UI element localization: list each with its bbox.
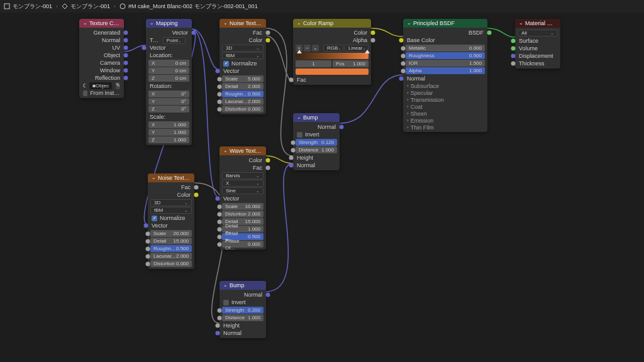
- socket-in[interactable]: [216, 324, 220, 328]
- socket-in[interactable]: [401, 69, 406, 73]
- node-canvas[interactable]: Texture Coordinate Generated Normal UV O…: [0, 13, 644, 362]
- input-surface[interactable]: Surface: [515, 37, 560, 45]
- socket-in[interactable]: [511, 47, 516, 51]
- ramp-stop[interactable]: [365, 50, 370, 53]
- socket-out[interactable]: [487, 31, 492, 35]
- node-wave-texture[interactable]: Wave Texture Color Fac Bands X Sine Vect…: [219, 146, 266, 250]
- socket-in[interactable]: [218, 308, 222, 312]
- wave-type-select[interactable]: Bands: [222, 172, 264, 179]
- value-roughn[interactable]: Roughn...0.500: [150, 245, 192, 252]
- node-noise-texture-2[interactable]: Noise Texture Fac Color 3D fBM Normalize…: [148, 173, 194, 269]
- value-metallic[interactable]: Metallic0.000: [406, 45, 485, 52]
- output-vector[interactable]: Vector: [146, 29, 192, 36]
- socket-out[interactable]: [194, 185, 199, 190]
- expand-thinfilm[interactable]: Thin Film: [403, 124, 487, 131]
- ramp-menu-icon[interactable]: ⌄: [312, 45, 319, 52]
- dim-select[interactable]: 3D: [222, 45, 264, 52]
- output-color[interactable]: Color: [219, 36, 266, 44]
- value-ior[interactable]: IOR1.500: [406, 60, 485, 67]
- value-distortion[interactable]: Distortion0.000: [222, 106, 264, 112]
- socket-in[interactable]: [401, 46, 406, 50]
- wave-profile-select[interactable]: Sine: [222, 187, 264, 194]
- value-lacunar[interactable]: Lacunar...2.000: [222, 98, 264, 105]
- crumb-object[interactable]: モンブラン-001: [4, 3, 52, 11]
- socket-in[interactable]: [146, 239, 150, 243]
- expand-coat[interactable]: Coat: [403, 103, 487, 110]
- node-header[interactable]: Mapping: [146, 19, 192, 28]
- rot-y[interactable]: Y0°: [148, 98, 189, 105]
- socket-in[interactable]: [291, 140, 296, 145]
- object-picker[interactable]: Object: ■Objec ✎: [79, 82, 124, 89]
- socket-in[interactable]: [401, 53, 406, 58]
- node-bump-2[interactable]: Bump Normal Invert Strength0.200Distance…: [219, 281, 266, 338]
- value-lacunar[interactable]: Lacunar...2.000: [150, 253, 192, 260]
- normalize-check[interactable]: Normalize: [219, 60, 266, 67]
- output-color[interactable]: Color: [293, 29, 371, 36]
- socket-in[interactable]: [142, 46, 147, 50]
- value-distortion[interactable]: Distortion0.000: [150, 260, 192, 267]
- socket-out[interactable]: [124, 38, 128, 43]
- socket-out[interactable]: [266, 31, 270, 35]
- loc-y[interactable]: Y0 cm: [148, 67, 189, 74]
- node-principled-bsdf[interactable]: Principled BSDF BSDF Base Color Metallic…: [403, 19, 487, 132]
- from-instancer-check[interactable]: From Instancer: [79, 89, 124, 97]
- output-color[interactable]: Color: [219, 156, 266, 164]
- socket-in[interactable]: [216, 69, 220, 74]
- socket-in[interactable]: [216, 331, 220, 336]
- output-normal[interactable]: Normal: [293, 123, 340, 131]
- expand-subsurface[interactable]: Subsurface: [403, 82, 487, 89]
- node-header[interactable]: Wave Texture: [219, 146, 266, 155]
- node-header[interactable]: Bump: [293, 113, 340, 122]
- socket-in[interactable]: [146, 246, 150, 251]
- socket-in[interactable]: [218, 227, 222, 231]
- socket-out[interactable]: [124, 53, 128, 58]
- output-alpha[interactable]: Alpha: [293, 36, 371, 44]
- invert-check[interactable]: Invert: [293, 131, 340, 138]
- value-distortion[interactable]: Distortion2.000: [222, 211, 264, 217]
- value-scale[interactable]: Scale10.000: [222, 203, 264, 210]
- socket-out[interactable]: [124, 61, 128, 65]
- eyedropper-icon[interactable]: ✎: [116, 82, 120, 89]
- remove-stop-icon[interactable]: −: [304, 45, 311, 52]
- output-generated[interactable]: Generated: [79, 29, 124, 36]
- ramp-stop[interactable]: [297, 50, 302, 53]
- socket-out[interactable]: [266, 38, 270, 43]
- color-ramp-gradient[interactable]: [296, 53, 369, 59]
- socket-in[interactable]: [218, 84, 222, 89]
- scale-y[interactable]: Y1.000: [148, 129, 189, 136]
- socket-in[interactable]: [218, 315, 222, 320]
- node-header[interactable]: Material Output: [515, 19, 560, 28]
- socket-in[interactable]: [289, 156, 294, 160]
- node-noise-texture-1[interactable]: Noise Texture Fac Color 3D fBM Normalize…: [219, 19, 266, 114]
- output-fac[interactable]: Fac: [219, 164, 266, 172]
- expand-emission[interactable]: Emission: [403, 117, 487, 124]
- invert-check[interactable]: Invert: [219, 299, 266, 306]
- value-scale[interactable]: Scale20.000: [150, 230, 192, 237]
- value-detail[interactable]: Detail15.000: [150, 238, 192, 244]
- input-normal[interactable]: Normal: [219, 329, 266, 337]
- socket-in[interactable]: [511, 39, 516, 43]
- socket-in[interactable]: [218, 242, 222, 246]
- socket-in[interactable]: [289, 163, 294, 168]
- node-bump-1[interactable]: Bump Normal Invert Strength0.120Distance…: [293, 113, 340, 170]
- socket-in[interactable]: [218, 212, 222, 216]
- expand-specular[interactable]: Specular: [403, 89, 487, 96]
- socket-in[interactable]: [218, 234, 222, 239]
- input-vector[interactable]: Vector: [219, 195, 266, 202]
- value-roughness[interactable]: Roughness0.500: [406, 52, 485, 59]
- socket-in[interactable]: [511, 62, 516, 66]
- output-uv[interactable]: UV: [79, 44, 124, 52]
- socket-in[interactable]: [291, 148, 296, 152]
- input-vector[interactable]: Vector: [146, 44, 192, 52]
- input-normal[interactable]: Normal: [293, 162, 340, 169]
- socket-out[interactable]: [124, 46, 128, 50]
- interp-select[interactable]: fBM: [150, 207, 192, 214]
- socket-out[interactable]: [124, 76, 128, 80]
- value-scale[interactable]: Scale5.000: [222, 75, 264, 82]
- value-phaseof[interactable]: Phase Of...0.000: [222, 241, 264, 248]
- socket-in[interactable]: [146, 254, 150, 258]
- rot-z[interactable]: Z0°: [148, 106, 189, 112]
- output-reflection[interactable]: Reflection: [79, 74, 124, 82]
- output-window[interactable]: Window: [79, 67, 124, 74]
- socket-out[interactable]: [266, 158, 270, 163]
